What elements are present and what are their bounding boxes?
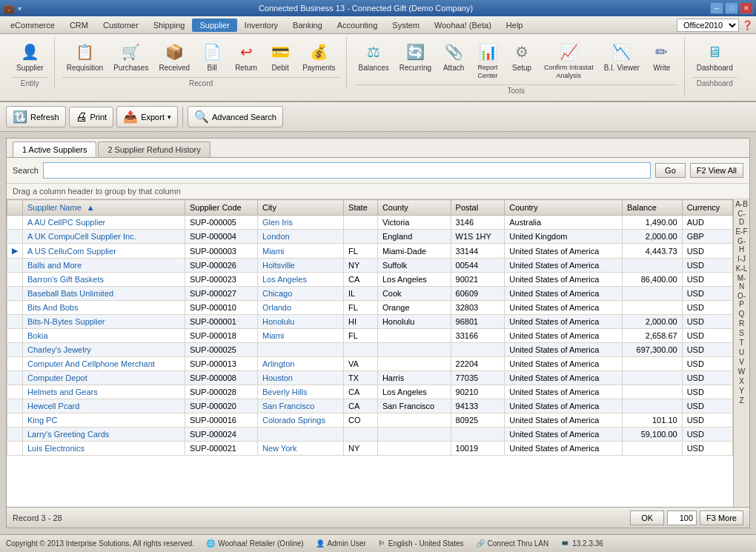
table-row[interactable]: Larry's Greeting CardsSUP-000024United S…	[7, 428, 733, 442]
ribbon-btn-balances[interactable]: ⚖ Balances	[354, 37, 394, 76]
col-postal-header[interactable]: Postal	[451, 200, 505, 216]
table-container[interactable]: Supplier Name ▲ Supplier Code City State…	[7, 199, 733, 507]
table-row[interactable]: Barron's Gift BasketsSUP-000023Los Angel…	[7, 273, 733, 287]
table-row[interactable]: A AU CellPC SupplierSUP-000005Glen IrisV…	[7, 216, 733, 230]
advanced-search-button[interactable]: 🔍 Advanced Search	[188, 106, 283, 127]
alpha-item-v[interactable]: V	[734, 357, 749, 367]
alpha-item-q[interactable]: Q	[734, 309, 749, 319]
ribbon-btn-requisition[interactable]: 📋 Requisition	[62, 37, 107, 76]
f3-more-button[interactable]: F3 More	[700, 511, 743, 525]
menu-ecommerce[interactable]: eCommerce	[3, 19, 62, 32]
alpha-item-w[interactable]: W	[734, 367, 749, 376]
ribbon-btn-bi-viewer[interactable]: 📉 B.I. Viewer	[600, 37, 644, 76]
ribbon-btn-write[interactable]: ✏ Write	[646, 37, 678, 76]
menu-system[interactable]: System	[385, 19, 427, 32]
help-icon[interactable]: ❓	[742, 20, 753, 30]
cell-name[interactable]: Hewcell Pcard	[23, 399, 185, 413]
alpha-item-cd[interactable]: C-D	[734, 209, 749, 227]
print-button[interactable]: 🖨 Print	[69, 107, 114, 127]
cell-name[interactable]: A AU CellPC Supplier	[23, 216, 185, 230]
alpha-item-ef[interactable]: E-F	[734, 227, 749, 236]
table-row[interactable]: A UK CompuCell Supplier Inc.SUP-000004Lo…	[7, 230, 733, 244]
col-county-header[interactable]: County	[377, 200, 451, 216]
ribbon-btn-debit[interactable]: 💳 Debit	[264, 37, 296, 76]
ribbon-btn-supplier[interactable]: 👤 Supplier	[12, 37, 48, 76]
alpha-item-x[interactable]: X	[734, 376, 749, 386]
alpha-item-ij[interactable]: I-J	[734, 254, 749, 264]
cell-name[interactable]: Bokia	[23, 329, 185, 343]
cell-name[interactable]: Helmets and Gears	[23, 385, 185, 399]
search-f2-button[interactable]: F2 View All	[690, 163, 743, 178]
refresh-button[interactable]: 🔃 Refresh	[6, 106, 66, 127]
alpha-item-op[interactable]: O-P	[734, 291, 749, 309]
ribbon-btn-recurring[interactable]: 🔄 Recurring	[395, 37, 436, 76]
col-balance-header[interactable]: Balance	[623, 200, 683, 216]
table-row[interactable]: ▶A US CelluCom SupplierSUP-000003MiamiFL…	[7, 244, 733, 259]
col-name-header[interactable]: Supplier Name ▲	[23, 200, 185, 216]
cell-name[interactable]: Bits And Bobs	[23, 301, 185, 315]
alpha-item-mn[interactable]: M-N	[734, 273, 749, 291]
table-row[interactable]: Charley's JewelrySUP-000025United States…	[7, 343, 733, 357]
search-go-button[interactable]: Go	[655, 163, 686, 178]
ribbon-btn-report-center[interactable]: 📊 ReportCenter	[471, 37, 504, 83]
cell-name[interactable]: Computer Depot	[23, 371, 185, 385]
ribbon-btn-return[interactable]: ↩ Return	[230, 37, 262, 76]
alpha-item-t[interactable]: T	[734, 338, 749, 348]
menu-banking[interactable]: Banking	[285, 19, 330, 32]
table-row[interactable]: Bits And BobsSUP-000010OrlandoFLOrange32…	[7, 301, 733, 315]
col-country-header[interactable]: Country	[505, 200, 623, 216]
alpha-item-gh[interactable]: G-H	[734, 236, 749, 254]
alpha-item-s[interactable]: S	[734, 328, 749, 338]
cell-name[interactable]: Luis Electronics	[23, 442, 185, 456]
cell-name[interactable]: King PC	[23, 413, 185, 428]
table-row[interactable]: Baseball Bats UnlimitedSUP-000027Chicago…	[7, 287, 733, 301]
table-row[interactable]: Hewcell PcardSUP-000020San FranciscoCASa…	[7, 399, 733, 413]
col-currency-header[interactable]: Currency	[682, 200, 732, 216]
export-button[interactable]: 📤 Export ▾	[116, 106, 178, 127]
ok-button[interactable]: OK	[630, 511, 664, 525]
table-row[interactable]: Computer And Cellphone MerchantSUP-00001…	[7, 357, 733, 371]
cell-name[interactable]: Charley's Jewelry	[23, 343, 185, 357]
ribbon-btn-setup[interactable]: ⚙ Setup	[505, 37, 538, 76]
alpha-item-z[interactable]: Z	[734, 396, 749, 405]
menu-shipping[interactable]: Shipping	[146, 19, 193, 32]
col-code-header[interactable]: Supplier Code	[185, 200, 257, 216]
alpha-item-kl[interactable]: K-L	[734, 264, 749, 273]
table-row[interactable]: Balls and MoreSUP-000026HoltsvilleNYSuff…	[7, 259, 733, 273]
table-row[interactable]: Computer DepotSUP-000008HoustonTXHarris7…	[7, 371, 733, 385]
menu-crm[interactable]: CRM	[62, 19, 96, 32]
ribbon-btn-dashboard[interactable]: 🖥 Dashboard	[692, 37, 737, 76]
menu-help[interactable]: Help	[499, 19, 531, 32]
restore-btn[interactable]: □	[725, 2, 738, 14]
alpha-item-r[interactable]: R	[734, 319, 749, 328]
table-row[interactable]: BokiaSUP-000018MiamiFL33166United States…	[7, 329, 733, 343]
alpha-item-y[interactable]: Y	[734, 386, 749, 396]
table-row[interactable]: Bits-N-Bytes SupplierSUP-000001HonoluluH…	[7, 315, 733, 329]
cell-name[interactable]: Baseball Bats Unlimited	[23, 287, 185, 301]
table-row[interactable]: King PCSUP-000016Colorado SpringsCO80925…	[7, 413, 733, 428]
table-row[interactable]: Luis ElectronicsSUP-000021New YorkNY1001…	[7, 442, 733, 456]
ribbon-btn-payments[interactable]: 💰 Payments	[298, 37, 339, 76]
col-city-header[interactable]: City	[257, 200, 343, 216]
ribbon-btn-bill[interactable]: 📄 Bill	[196, 37, 228, 76]
ribbon-btn-confirm-intrastat[interactable]: 📈 Confirm IntrastatAnalysis	[540, 37, 598, 83]
ribbon-btn-attach[interactable]: 📎 Attach	[437, 37, 470, 76]
cell-name[interactable]: A US CelluCom Supplier	[23, 244, 185, 259]
table-row[interactable]: Helmets and GearsSUP-000028Beverly Hills…	[7, 385, 733, 399]
ribbon-btn-purchases[interactable]: 🛒 Purchases	[109, 37, 153, 76]
tab-refund-history[interactable]: 2 Supplier Refund History	[98, 142, 210, 157]
menu-customer[interactable]: Customer	[96, 19, 146, 32]
ribbon-btn-received[interactable]: 📦 Received	[154, 37, 194, 76]
cell-name[interactable]: Balls and More	[23, 259, 185, 273]
menu-supplier[interactable]: Supplier	[192, 19, 236, 32]
menu-woohaa[interactable]: Woohaa! (Beta)	[427, 19, 499, 32]
col-state-header[interactable]: State	[344, 200, 378, 216]
cell-name[interactable]: Barron's Gift Baskets	[23, 273, 185, 287]
cell-name[interactable]: Bits-N-Bytes Supplier	[23, 315, 185, 329]
theme-select[interactable]: Office2010	[677, 19, 739, 32]
cell-name[interactable]: Computer And Cellphone Merchant	[23, 357, 185, 371]
cell-name[interactable]: A UK CompuCell Supplier Inc.	[23, 230, 185, 244]
alpha-item-u[interactable]: U	[734, 348, 749, 357]
tab-active-suppliers[interactable]: 1 Active Suppliers	[13, 142, 96, 157]
search-input[interactable]	[43, 162, 651, 179]
